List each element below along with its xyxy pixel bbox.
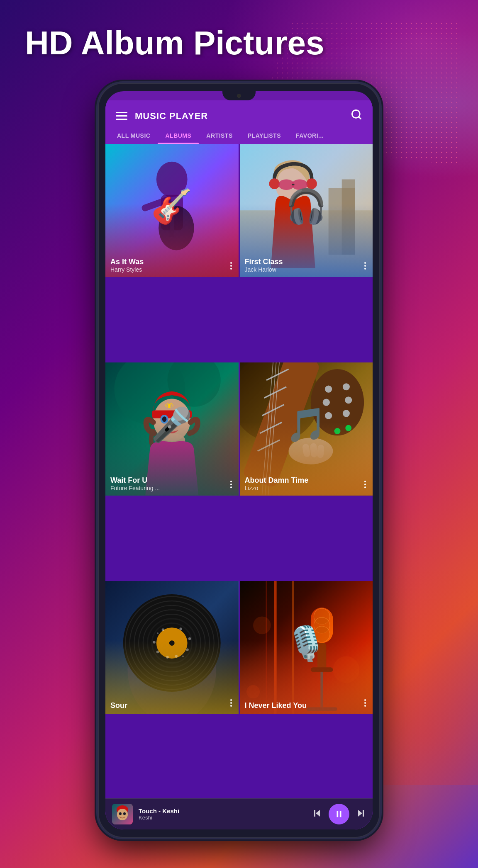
album-card-as-it-was[interactable]: As It Was Harry Styles <box>105 144 239 277</box>
menu-button[interactable] <box>116 112 127 120</box>
svg-point-67 <box>188 637 191 640</box>
app-header: MUSIC PLAYER <box>105 100 373 127</box>
album-title-6: I Never Liked You <box>245 701 307 710</box>
tab-playlists[interactable]: PLAYLISTS <box>240 127 288 144</box>
svg-marker-96 <box>316 810 320 817</box>
album-card-i-never-liked-you[interactable]: I Never Liked You <box>240 581 373 714</box>
album-info-2: First Class Jack Harlow <box>245 258 283 273</box>
album-overlay-3: Wait For U Future Featuring ... <box>105 422 239 495</box>
nav-tabs: ALL MUSIC ALBUMS ARTISTS PLAYLISTS FAVOR… <box>105 127 373 144</box>
svg-point-45 <box>325 412 332 419</box>
album-card-sour[interactable]: Sour <box>105 581 239 714</box>
app-title: MUSIC PLAYER <box>135 111 208 122</box>
rewind-button[interactable] <box>312 808 322 820</box>
now-playing-artist: Keshi <box>139 815 306 821</box>
svg-point-43 <box>322 399 329 406</box>
album-info-6: I Never Liked You <box>245 701 307 710</box>
svg-point-42 <box>342 383 349 390</box>
svg-point-13 <box>269 178 280 189</box>
forward-button[interactable] <box>356 808 366 820</box>
album-more-btn-5[interactable] <box>229 698 234 708</box>
page-headline: HD Album Pictures <box>25 25 324 61</box>
phone-mockup: MUSIC PLAYER ALL MUSIC ALBUMS ARTISTS PL… <box>98 83 380 838</box>
album-info-3: Wait For U Future Featuring ... <box>110 476 160 491</box>
album-overlay-6: I Never Liked You <box>240 641 373 714</box>
album-title-5: Sour <box>110 701 127 710</box>
album-artist-2: Jack Harlow <box>245 266 283 273</box>
album-more-btn-1[interactable] <box>229 260 234 271</box>
player-controls <box>312 804 366 824</box>
svg-rect-98 <box>337 811 339 817</box>
svg-point-14 <box>306 178 317 189</box>
svg-rect-22 <box>152 410 192 418</box>
album-more-btn-3[interactable] <box>229 479 234 490</box>
svg-marker-100 <box>358 810 362 817</box>
tab-albums[interactable]: ALBUMS <box>158 127 199 144</box>
svg-rect-97 <box>314 810 315 817</box>
now-playing-art <box>112 804 133 824</box>
svg-point-44 <box>345 396 352 404</box>
album-info-5: Sour <box>110 701 127 710</box>
now-playing-thumbnail <box>112 804 133 824</box>
now-playing-bar: Touch - Keshi Keshi <box>105 798 373 829</box>
album-artist-4: Lizzo <box>245 485 309 491</box>
svg-point-27 <box>177 416 182 422</box>
tab-favorites[interactable]: FAVORI... <box>288 127 331 144</box>
svg-point-73 <box>157 632 159 634</box>
album-grid: As It Was Harry Styles <box>105 144 373 798</box>
svg-point-41 <box>325 386 332 393</box>
album-card-wait-for-u[interactable]: 👁 <box>105 362 239 496</box>
play-pause-button[interactable] <box>329 804 349 824</box>
svg-point-93 <box>117 809 128 820</box>
album-overlay-1: As It Was Harry Styles <box>105 204 239 277</box>
album-overlay-4: About Damn Time Lizzo <box>240 422 373 495</box>
album-info-4: About Damn Time Lizzo <box>245 476 309 491</box>
phone-frame: MUSIC PLAYER ALL MUSIC ALBUMS ARTISTS PL… <box>98 83 380 838</box>
album-more-btn-2[interactable] <box>363 260 368 271</box>
svg-point-65 <box>162 628 164 631</box>
svg-point-66 <box>179 627 182 630</box>
album-overlay-5: Sour <box>105 641 239 714</box>
album-overlay-2: First Class Jack Harlow <box>240 204 373 277</box>
tab-all-music[interactable]: ALL MUSIC <box>110 127 158 144</box>
svg-rect-99 <box>340 811 341 817</box>
svg-line-1 <box>358 117 361 119</box>
album-card-first-class[interactable]: First Class Jack Harlow <box>240 144 373 277</box>
svg-point-95 <box>123 812 126 815</box>
album-more-btn-4[interactable] <box>363 479 368 490</box>
album-title-4: About Damn Time <box>245 476 309 485</box>
svg-point-82 <box>314 626 329 642</box>
album-artist-3: Future Featuring ... <box>110 485 160 491</box>
svg-point-26 <box>162 416 167 422</box>
phone-screen: MUSIC PLAYER ALL MUSIC ALBUMS ARTISTS PL… <box>105 91 373 829</box>
header-left: MUSIC PLAYER <box>116 111 208 122</box>
album-card-about-damn-time[interactable]: About Damn Time Lizzo <box>240 362 373 496</box>
now-playing-title: Touch - Keshi <box>139 807 306 815</box>
album-artist-1: Harry Styles <box>110 266 144 273</box>
app-content: MUSIC PLAYER ALL MUSIC ALBUMS ARTISTS PL… <box>105 100 373 829</box>
svg-text:👁: 👁 <box>165 401 174 411</box>
svg-rect-101 <box>363 810 364 817</box>
phone-notch <box>222 91 256 100</box>
search-button[interactable] <box>351 109 362 123</box>
svg-point-46 <box>342 410 349 417</box>
svg-point-87 <box>253 616 271 634</box>
camera-dot <box>237 94 241 98</box>
album-title-3: Wait For U <box>110 476 160 485</box>
tab-artists[interactable]: ARTISTS <box>199 127 240 144</box>
svg-point-3 <box>156 162 188 197</box>
album-title-2: First Class <box>245 258 283 266</box>
now-playing-info: Touch - Keshi Keshi <box>139 807 306 821</box>
album-title-1: As It Was <box>110 258 144 266</box>
svg-point-94 <box>119 812 122 815</box>
album-more-btn-6[interactable] <box>363 698 368 708</box>
album-info-1: As It Was Harry Styles <box>110 258 144 273</box>
